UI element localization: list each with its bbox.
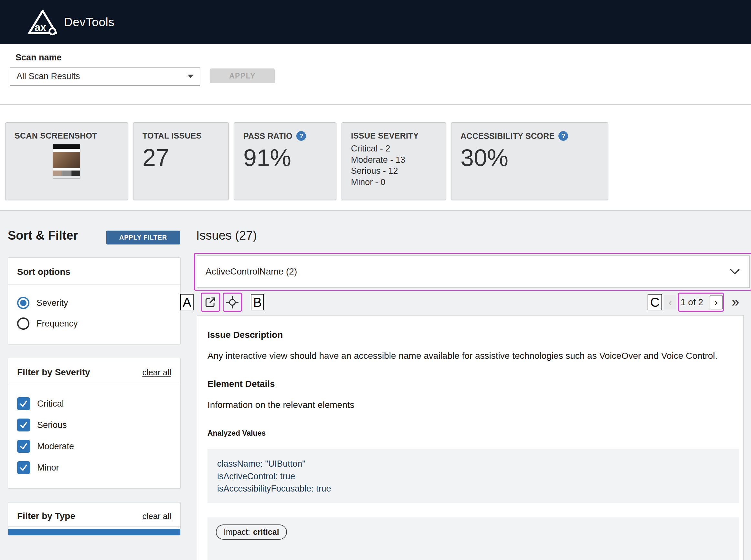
impact-value: critical	[253, 527, 279, 537]
sort-option-label: Severity	[37, 298, 68, 308]
filter-option-label: Minor	[37, 463, 59, 473]
severity-line-moderate: Moderate - 13	[351, 154, 437, 166]
issue-accordion-header[interactable]: ActiveControlName (2)	[197, 256, 750, 288]
som-label-a: A	[180, 294, 194, 311]
sort-option-label: Frequency	[37, 319, 78, 329]
apply-filter-button[interactable]: APPLY FILTER	[106, 231, 180, 244]
filter-type-cutoff-row	[8, 529, 180, 535]
filter-option-label: Serious	[37, 420, 67, 430]
card-title: PASS RATIO	[243, 132, 292, 141]
filter-option-label: Moderate	[37, 441, 74, 452]
analyzed-values-heading: Analyzed Values	[208, 429, 733, 438]
sort-filter-section: Sort & Filter APPLY FILTER Issues (27) S…	[0, 211, 751, 560]
card-title: TOTAL ISSUES	[142, 131, 219, 140]
checkbox-checked-icon[interactable]	[17, 397, 30, 410]
scan-thumbnail	[53, 144, 80, 178]
severity-line-serious: Serious - 12	[351, 165, 437, 177]
pass-ratio-card: PASS RATIO ? 91%	[234, 122, 336, 200]
clear-all-type-link[interactable]: clear all	[142, 511, 171, 521]
issues-heading: Issues (27)	[196, 229, 257, 242]
sort-option-severity[interactable]: Severity	[17, 297, 171, 309]
issue-description-text: Any interactive view should have an acce…	[208, 348, 728, 363]
chevron-down-icon	[730, 269, 740, 275]
scan-select[interactable]: All Scan Results	[10, 67, 200, 85]
filter-severity-panel: Filter by Severity clear all Critical Se…	[8, 358, 181, 488]
scan-name-section: Scan name All Scan Results APPLY	[0, 44, 751, 105]
accessibility-score-card: ACCESSIBILITY SCORE ? 30%	[451, 122, 608, 200]
impact-label: Impact:	[224, 527, 250, 537]
logo-text: ax	[35, 22, 46, 33]
app-header: ax DevTools	[0, 0, 751, 44]
pass-ratio-value: 91%	[243, 144, 327, 172]
severity-filter-moderate[interactable]: Moderate	[17, 440, 171, 453]
clear-all-severity-link[interactable]: clear all	[142, 367, 171, 378]
severity-line-minor: Minor - 0	[351, 177, 437, 188]
impact-section: Impact: critical	[208, 517, 739, 560]
checkbox-checked-icon[interactable]	[17, 461, 30, 474]
issue-accordion-label: ActiveControlName (2)	[206, 266, 297, 277]
card-title: ACCESSIBILITY SCORE	[461, 132, 555, 141]
sort-options-title: Sort options	[17, 267, 71, 277]
analyzed-value-line: isActiveControl: true	[217, 470, 730, 482]
previous-issue-button[interactable]: ‹	[665, 295, 676, 309]
element-details-text: Information on the relevant elements	[208, 398, 728, 413]
severity-line-critical: Critical - 2	[351, 143, 437, 154]
checkbox-checked-icon[interactable]	[17, 440, 30, 453]
issue-detail-card: Issue Description Any interactive view s…	[197, 315, 744, 560]
sort-filter-title: Sort & Filter	[8, 229, 78, 242]
brand-name: DevTools	[64, 16, 114, 29]
scan-screenshot-card: SCAN SCREENSHOT	[5, 122, 128, 200]
apply-button[interactable]: APPLY	[210, 68, 275, 83]
analyzed-values-block: className: "UIButton" isActiveControl: t…	[208, 449, 739, 503]
filter-type-title: Filter by Type	[17, 511, 75, 521]
accessibility-score-value: 30%	[461, 144, 599, 172]
crosshair-icon	[226, 296, 239, 309]
filter-sidebar: Sort options Severity Frequency Filter b…	[8, 257, 181, 549]
element-details-heading: Element Details	[208, 379, 733, 389]
total-issues-card: TOTAL ISSUES 27	[133, 122, 229, 200]
severity-filter-critical[interactable]: Critical	[17, 397, 171, 410]
filter-type-panel: Filter by Type clear all	[8, 502, 181, 536]
checkbox-checked-icon[interactable]	[17, 419, 30, 432]
filter-severity-title: Filter by Severity	[17, 367, 90, 378]
axe-logo-icon: ax	[27, 9, 58, 36]
card-title: ISSUE SEVERITY	[351, 131, 437, 140]
help-icon[interactable]: ?	[296, 131, 306, 141]
scan-name-label: Scan name	[16, 53, 751, 63]
sort-option-frequency[interactable]: Frequency	[17, 318, 171, 330]
external-link-icon	[204, 296, 216, 308]
som-label-c: C	[648, 294, 662, 311]
severity-filter-serious[interactable]: Serious	[17, 419, 171, 432]
highlight-element-button[interactable]	[225, 295, 240, 310]
dropdown-caret-icon	[188, 75, 194, 78]
issue-severity-card: ISSUE SEVERITY Critical - 2 Moderate - 1…	[342, 122, 446, 200]
card-title: SCAN SCREENSHOT	[15, 131, 119, 140]
radio-selected-icon[interactable]	[17, 297, 30, 309]
analyzed-value-line: className: "UIButton"	[217, 458, 730, 470]
open-external-button[interactable]	[203, 295, 218, 310]
radio-unselected-icon[interactable]	[17, 318, 30, 330]
total-issues-value: 27	[142, 144, 219, 171]
summary-cards: SCAN SCREENSHOT TOTAL ISSUES 27 PASS RAT…	[0, 105, 751, 211]
sort-options-panel: Sort options Severity Frequency	[8, 257, 181, 344]
next-issue-button[interactable]: ›	[710, 295, 723, 309]
expand-all-button[interactable]: »	[728, 295, 743, 309]
severity-filter-minor[interactable]: Minor	[17, 461, 171, 474]
som-label-b: B	[251, 294, 264, 311]
severity-breakdown: Critical - 2 Moderate - 13 Serious - 12 …	[351, 143, 437, 188]
pagination-label: 1 of 2	[680, 297, 703, 307]
help-icon[interactable]: ?	[558, 131, 568, 141]
filter-option-label: Critical	[37, 399, 64, 409]
impact-badge: Impact: critical	[216, 524, 287, 540]
issue-description-heading: Issue Description	[208, 330, 733, 340]
scan-select-value: All Scan Results	[17, 72, 80, 81]
analyzed-value-line: isAccessibilityFocusable: true	[217, 482, 730, 495]
